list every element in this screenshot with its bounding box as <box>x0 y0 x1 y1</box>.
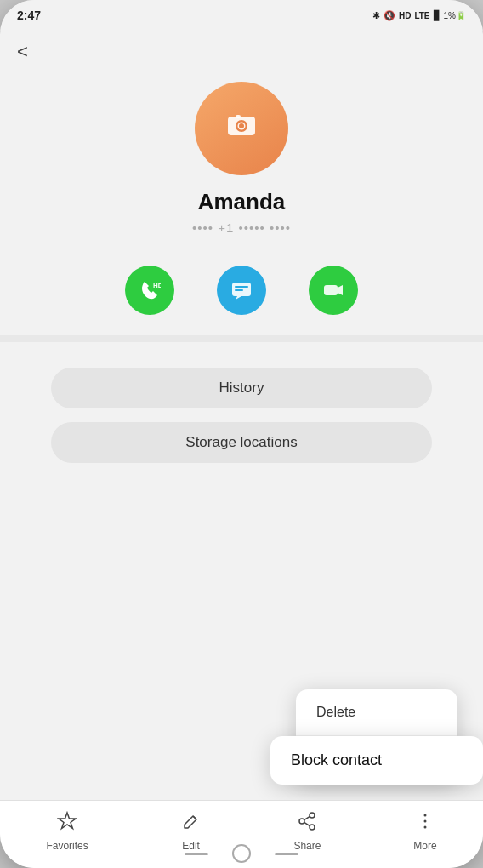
hd-icon: HD <box>399 11 411 20</box>
mute-icon: 🔇 <box>384 10 395 21</box>
phone-frame: 2:47 ✱ 🔇 HD LTE ▊ 1%🔋 < Ama <box>0 0 483 868</box>
signal-icon: ▊ <box>434 10 440 21</box>
svg-text:HD: HD <box>153 282 161 289</box>
back-button[interactable]: < <box>0 31 45 73</box>
svg-rect-3 <box>236 115 241 118</box>
popup-delete[interactable]: Delete <box>296 689 457 736</box>
nav-favorites-label: Favorites <box>46 840 88 852</box>
svg-point-10 <box>310 813 315 818</box>
share-icon <box>297 811 317 837</box>
battery-icon: 1%🔋 <box>444 11 466 20</box>
popup-block-contact[interactable]: Block contact <box>270 736 483 785</box>
more-icon <box>415 811 435 837</box>
contact-phone: •••• +1 ••••• •••• <box>192 220 291 235</box>
call-button[interactable]: HD <box>125 266 174 315</box>
svg-point-17 <box>423 826 426 829</box>
home-home-icon <box>232 844 251 863</box>
svg-point-16 <box>423 820 426 823</box>
edit-icon <box>181 811 202 837</box>
svg-line-14 <box>304 822 310 825</box>
status-bar: 2:47 ✱ 🔇 HD LTE ▊ 1%🔋 <box>0 0 483 31</box>
nav-more-label: More <box>413 840 436 852</box>
svg-point-12 <box>310 825 315 830</box>
bluetooth-icon: ✱ <box>372 10 380 21</box>
svg-line-13 <box>304 816 310 819</box>
contact-header: Amanda •••• +1 ••••• •••• <box>0 73 483 252</box>
nav-favorites[interactable]: Favorites <box>46 811 88 852</box>
video-button[interactable] <box>309 266 358 315</box>
svg-rect-7 <box>235 286 248 288</box>
nav-more[interactable]: More <box>413 811 436 852</box>
avatar-camera-icon <box>224 108 259 150</box>
lte-icon: LTE <box>414 11 429 20</box>
main-content: History Storage locations <box>0 342 483 488</box>
storage-locations-button[interactable]: Storage locations <box>51 422 432 463</box>
message-button[interactable] <box>217 266 266 315</box>
history-button[interactable]: History <box>51 368 432 408</box>
section-divider <box>0 335 483 342</box>
home-recents-icon <box>275 853 298 855</box>
star-icon <box>57 811 77 837</box>
status-time: 2:47 <box>17 9 41 22</box>
avatar <box>195 82 288 175</box>
svg-point-4 <box>239 123 244 128</box>
svg-point-11 <box>299 819 304 824</box>
action-row: HD <box>0 252 483 335</box>
svg-rect-9 <box>324 285 338 295</box>
svg-point-15 <box>423 814 426 817</box>
status-icons: ✱ 🔇 HD LTE ▊ 1%🔋 <box>372 10 466 21</box>
home-indicator <box>185 844 298 863</box>
home-back-icon <box>185 853 208 855</box>
back-icon: < <box>17 41 28 62</box>
contact-name: Amanda <box>198 189 286 215</box>
svg-rect-8 <box>235 289 243 291</box>
popup-menu: Delete QR code Block contact <box>296 689 457 783</box>
